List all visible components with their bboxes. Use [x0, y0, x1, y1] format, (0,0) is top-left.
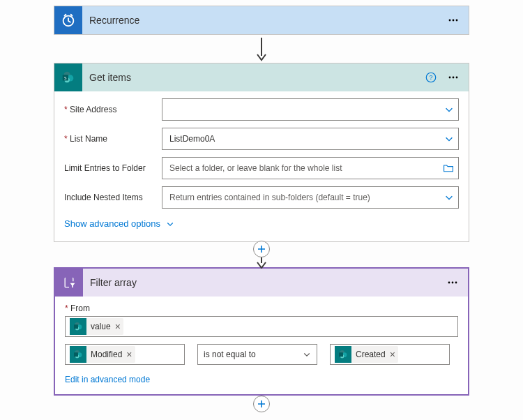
condition-right-field[interactable]: Created ×	[330, 344, 450, 365]
connector-arrow	[0, 35, 523, 63]
get-items-title: Get items	[82, 72, 420, 83]
list-name-field[interactable]: ListDemo0A	[162, 128, 459, 150]
svg-point-2	[453, 20, 455, 22]
sharepoint-icon: S	[54, 63, 82, 91]
chevron-down-icon	[303, 350, 311, 359]
filter-array-card: Filter array * From value ×	[54, 267, 469, 396]
connector-add	[0, 396, 523, 417]
site-address-field[interactable]	[162, 98, 459, 121]
svg-point-1	[449, 20, 451, 22]
operator-select[interactable]: is not equal to	[197, 344, 317, 365]
token-label: Created	[356, 350, 386, 359]
sharepoint-icon	[335, 346, 351, 363]
from-label: * From	[65, 303, 458, 313]
from-field[interactable]: value ×	[65, 316, 458, 337]
remove-token-icon[interactable]: ×	[115, 322, 121, 331]
include-nested-label: Include Nested Items	[64, 193, 162, 202]
add-step-button[interactable]	[253, 241, 270, 257]
svg-point-13	[456, 77, 458, 79]
svg-point-14	[448, 282, 450, 284]
token-created[interactable]: Created ×	[335, 346, 398, 363]
chevron-down-icon	[444, 193, 454, 202]
svg-point-12	[453, 77, 455, 79]
help-icon[interactable]: ?	[420, 66, 442, 89]
token-label: Modified	[91, 350, 122, 359]
recurrence-title: Recurrence	[82, 15, 442, 26]
edit-advanced-link[interactable]: Edit in advanced mode	[65, 375, 458, 384]
get-items-header[interactable]: S Get items ?	[54, 63, 469, 91]
remove-token-icon[interactable]: ×	[390, 350, 395, 359]
svg-rect-20	[74, 324, 78, 329]
token-value[interactable]: value ×	[70, 318, 123, 335]
svg-point-3	[456, 20, 458, 22]
include-nested-field[interactable]: Return entries contained in sub-folders …	[162, 186, 459, 209]
filter-icon	[55, 269, 83, 297]
more-icon[interactable]	[442, 9, 464, 31]
show-advanced-link[interactable]: Show advanced options	[64, 216, 174, 232]
chevron-down-icon	[166, 220, 174, 228]
svg-rect-28	[339, 352, 343, 357]
more-icon[interactable]	[442, 66, 464, 89]
add-step-button[interactable]	[253, 396, 270, 412]
sharepoint-icon	[70, 346, 86, 363]
get-items-card: S Get items ? * Site Address *	[54, 63, 469, 242]
sharepoint-icon	[70, 318, 86, 335]
chevron-down-icon	[444, 134, 454, 144]
condition-left-field[interactable]: Modified ×	[65, 344, 185, 365]
svg-point-16	[455, 282, 457, 284]
site-address-label: * Site Address	[64, 105, 162, 114]
recurrence-card: Recurrence	[54, 6, 469, 35]
limit-entries-label: Limit Entries to Folder	[64, 163, 162, 173]
svg-text:S: S	[64, 75, 67, 80]
more-icon[interactable]	[441, 271, 464, 294]
svg-point-15	[452, 282, 454, 284]
filter-header[interactable]: Filter array	[55, 269, 468, 297]
recurrence-header[interactable]: Recurrence	[54, 6, 469, 34]
folder-icon[interactable]	[443, 163, 454, 174]
operator-label: is not equal to	[204, 350, 256, 359]
clock-icon	[54, 6, 82, 34]
filter-title: Filter array	[83, 277, 441, 288]
token-modified[interactable]: Modified ×	[70, 346, 135, 363]
chevron-down-icon	[444, 105, 454, 114]
token-label: value	[91, 322, 111, 331]
limit-entries-field[interactable]: Select a folder, or leave blank for the …	[162, 157, 459, 179]
svg-rect-24	[74, 352, 78, 357]
remove-token-icon[interactable]: ×	[126, 350, 132, 359]
svg-text:?: ?	[429, 74, 432, 81]
svg-point-11	[449, 77, 451, 79]
list-name-label: * List Name	[64, 134, 162, 144]
connector-add	[0, 242, 523, 267]
